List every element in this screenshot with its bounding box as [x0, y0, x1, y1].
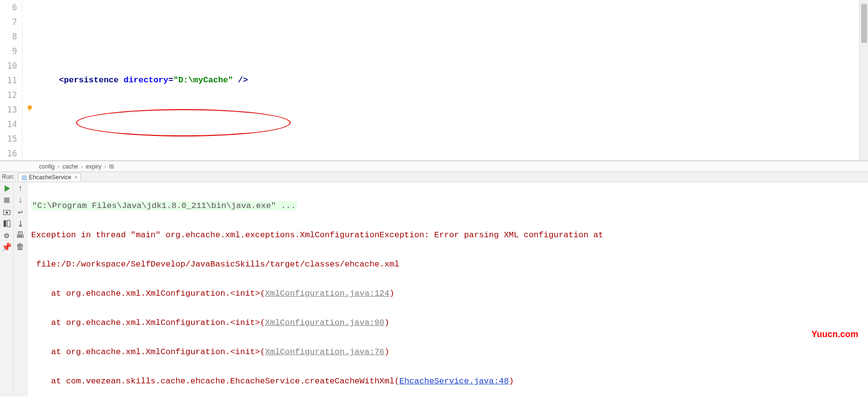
- layout-icon[interactable]: [2, 219, 11, 228]
- stack-link[interactable]: XmlConfiguration.java:76: [265, 347, 384, 357]
- camera-icon[interactable]: [2, 208, 11, 216]
- pin-icon[interactable]: 📌: [2, 243, 11, 251]
- watermark: Yuucn.com: [811, 329, 858, 340]
- run-toolwindow-header[interactable]: Run: ▤ EhcacheService ×: [0, 171, 868, 182]
- editor-scrollbar[interactable]: [859, 0, 868, 161]
- settings-icon[interactable]: ⚙: [2, 231, 11, 240]
- stop-icon[interactable]: [2, 196, 11, 205]
- command-line: "C:\Program Files\Java\jdk1.8.0_211\bin\…: [31, 201, 297, 210]
- stack-link[interactable]: EhcacheService.java:48: [399, 377, 509, 386]
- stack-link[interactable]: XmlConfiguration.java:124: [265, 289, 389, 298]
- close-icon[interactable]: ×: [74, 174, 78, 181]
- intention-bulb-icon[interactable]: [26, 105, 33, 112]
- crumb-config[interactable]: config: [39, 163, 55, 170]
- code-content[interactable]: <persistence directory="D:\myCache" /> <…: [37, 0, 868, 160]
- hint-column: [22, 0, 37, 160]
- console-output[interactable]: "C:\Program Files\Java\jdk1.8.0_211\bin\…: [27, 182, 868, 397]
- wrap-icon[interactable]: ↩: [16, 208, 25, 216]
- crumb-tti[interactable]: tti: [109, 163, 114, 170]
- rerun-icon[interactable]: [2, 184, 11, 193]
- up-icon[interactable]: ↑: [16, 184, 25, 193]
- svg-rect-0: [4, 197, 9, 203]
- crumb-expiry[interactable]: expiry: [86, 163, 101, 170]
- run-toolbar-left: ⚙ 📌: [0, 182, 14, 397]
- run-tab[interactable]: ▤ EhcacheService ×: [18, 173, 81, 181]
- svg-rect-3: [3, 220, 6, 227]
- code-editor[interactable]: 6 7 8 9 10 11 12 13 14 15 16 <persistenc…: [0, 0, 868, 161]
- down-icon[interactable]: ↓: [16, 196, 25, 205]
- class-icon: ▤: [21, 174, 27, 181]
- stack-link[interactable]: XmlConfiguration.java:90: [265, 318, 384, 327]
- run-toolbar-right: ↑ ↓ ↩ ⤓ 🖶 🗑: [14, 182, 27, 397]
- run-label: Run:: [2, 173, 14, 180]
- breadcrumb[interactable]: config › cache › expiry › tti: [0, 161, 868, 171]
- crumb-cache[interactable]: cache: [62, 163, 78, 170]
- trash-icon[interactable]: 🗑: [16, 243, 25, 251]
- print-icon[interactable]: 🖶: [16, 231, 25, 240]
- line-gutter: 6 7 8 9 10 11 12 13 14 15 16: [0, 0, 22, 160]
- svg-point-2: [5, 211, 8, 214]
- svg-rect-4: [7, 220, 10, 227]
- exception-line: Exception in thread "main" org.ehcache.x…: [31, 228, 864, 243]
- scroll-icon[interactable]: ⤓: [16, 219, 25, 228]
